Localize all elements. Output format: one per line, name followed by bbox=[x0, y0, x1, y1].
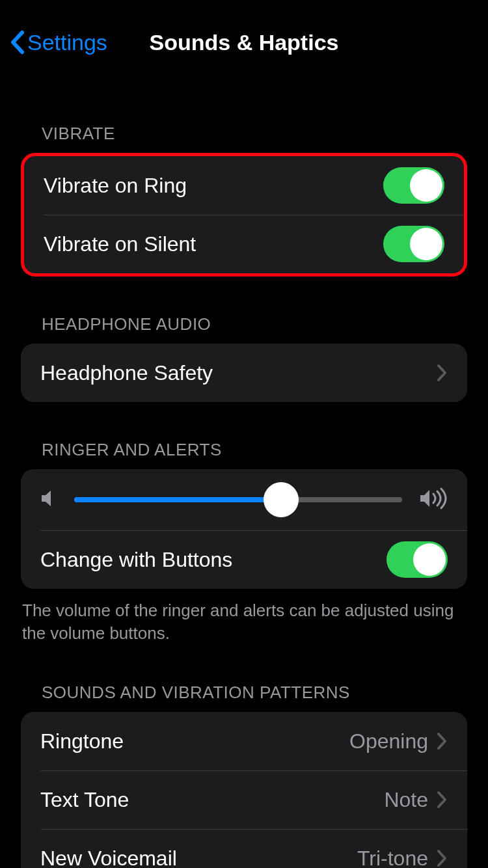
row-value: Note bbox=[384, 788, 428, 812]
row-ringtone[interactable]: Ringtone Opening bbox=[21, 712, 467, 770]
group-sounds: Ringtone Opening Text Tone Note New Voic… bbox=[21, 712, 467, 868]
toggle-knob bbox=[413, 543, 446, 576]
group-vibrate: Vibrate on Ring Vibrate on Silent bbox=[21, 153, 467, 277]
back-label: Settings bbox=[27, 30, 107, 55]
toggle-knob bbox=[410, 169, 442, 202]
page-title: Sounds & Haptics bbox=[150, 30, 339, 55]
row-label: Ringtone bbox=[40, 729, 349, 753]
row-volume-slider bbox=[21, 469, 467, 530]
row-vibrate-ring[interactable]: Vibrate on Ring bbox=[24, 156, 464, 215]
slider-thumb[interactable] bbox=[264, 482, 299, 517]
section-header-ringer: RINGER AND ALERTS bbox=[0, 402, 488, 469]
row-label: Vibrate on Silent bbox=[44, 232, 383, 256]
row-value: Opening bbox=[349, 729, 428, 753]
row-vibrate-silent[interactable]: Vibrate on Silent bbox=[24, 215, 464, 273]
section-header-vibrate: VIBRATE bbox=[0, 85, 488, 153]
toggle-knob bbox=[410, 228, 442, 260]
row-change-buttons[interactable]: Change with Buttons bbox=[21, 530, 467, 589]
volume-slider[interactable] bbox=[74, 497, 402, 502]
chevron-left-icon bbox=[9, 30, 25, 55]
chevron-right-icon bbox=[436, 848, 448, 868]
footer-ringer: The volume of the ringer and alerts can … bbox=[0, 589, 488, 645]
back-button[interactable]: Settings bbox=[9, 30, 107, 55]
row-headphone-safety[interactable]: Headphone Safety bbox=[21, 344, 467, 402]
group-headphone: Headphone Safety bbox=[21, 344, 467, 402]
content: VIBRATE Vibrate on Ring Vibrate on Silen… bbox=[0, 85, 488, 868]
chevron-right-icon bbox=[436, 790, 448, 809]
slider-fill bbox=[74, 497, 281, 502]
navbar: Settings Sounds & Haptics bbox=[0, 0, 488, 85]
row-text-tone[interactable]: Text Tone Note bbox=[21, 770, 467, 829]
row-label: Change with Buttons bbox=[40, 548, 386, 572]
section-header-sounds: SOUNDS AND VIBRATION PATTERNS bbox=[0, 645, 488, 712]
row-new-voicemail[interactable]: New Voicemail Tri-tone bbox=[21, 829, 467, 868]
toggle-change-buttons[interactable] bbox=[386, 541, 448, 578]
row-label: New Voicemail bbox=[40, 847, 357, 868]
speaker-high-icon bbox=[419, 487, 448, 512]
row-value: Tri-tone bbox=[357, 847, 428, 868]
row-label: Vibrate on Ring bbox=[44, 174, 383, 198]
row-label: Headphone Safety bbox=[40, 361, 436, 385]
chevron-right-icon bbox=[436, 731, 448, 751]
toggle-vibrate-silent[interactable] bbox=[383, 226, 444, 262]
toggle-vibrate-ring[interactable] bbox=[383, 167, 444, 204]
section-header-headphone: HEADPHONE AUDIO bbox=[0, 277, 488, 344]
chevron-right-icon bbox=[436, 363, 448, 383]
speaker-low-icon bbox=[40, 489, 57, 511]
group-ringer: Change with Buttons bbox=[21, 469, 467, 589]
row-label: Text Tone bbox=[40, 788, 384, 812]
